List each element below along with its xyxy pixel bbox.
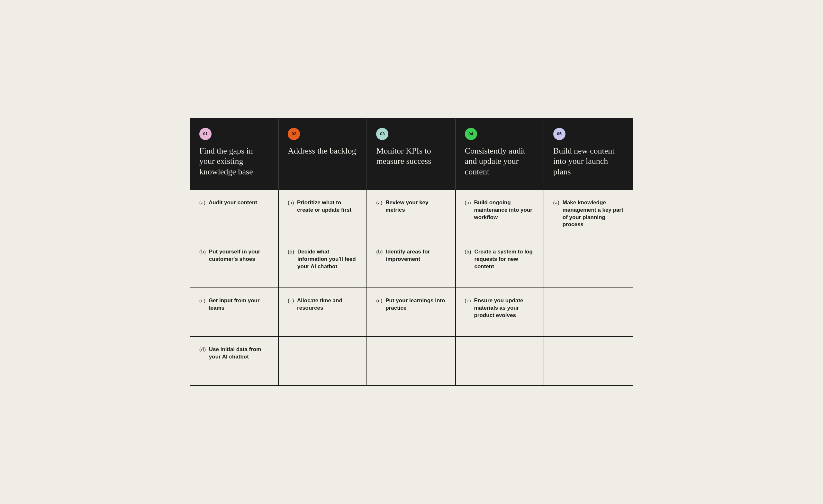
cell-text-col1-row3: Get input from your teams <box>209 297 269 312</box>
data-row-3: (c) Get input from your teams (c) Alloca… <box>190 287 633 336</box>
cell-content-col2-row3: (c) Allocate time and resources <box>288 297 357 312</box>
cell-label-col1-row1: (a) <box>199 199 205 206</box>
cell-col2-row4 <box>279 337 367 385</box>
cell-label-col4-row3: (c) <box>465 297 471 304</box>
cell-content-col3-row1: (a) Review your key metrics <box>376 199 446 214</box>
cell-text-col4-row2: Create a system to log requests for new … <box>474 248 534 270</box>
main-table: 01 Find the gaps in your existing knowle… <box>190 118 633 386</box>
col-header-col3: 03 Monitor KPIs to measure success <box>367 119 456 190</box>
cell-col1-row4: (d) Use initial data from your AI chatbo… <box>190 337 279 385</box>
cell-content-col2-row1: (a) Prioritize what to create or update … <box>288 199 357 214</box>
cell-col3-row4 <box>367 337 456 385</box>
cell-text-col3-row2: Identify areas for improvement <box>386 248 446 263</box>
cell-text-col3-row1: Review your key metrics <box>385 199 446 214</box>
cell-label-col2-row3: (c) <box>288 297 294 304</box>
badge-col4: 04 <box>465 128 477 140</box>
col-header-col5: 05 Build new content into your launch pl… <box>544 119 633 190</box>
cell-col4-row2: (b) Create a system to log requests for … <box>456 239 544 287</box>
cell-content-col3-row2: (b) Identify areas for improvement <box>376 248 446 263</box>
cell-text-col4-row1: Build ongoing maintenance into your work… <box>474 199 534 221</box>
cell-label-col4-row1: (a) <box>465 199 471 206</box>
cell-col1-row3: (c) Get input from your teams <box>190 288 279 336</box>
cell-text-col4-row3: Ensure you update materials as your prod… <box>474 297 534 319</box>
cell-text-col2-row3: Allocate time and resources <box>297 297 357 312</box>
cell-col5-row3 <box>544 288 633 336</box>
header-row: 01 Find the gaps in your existing knowle… <box>190 119 633 190</box>
cell-label-col2-row2: (b) <box>288 248 294 255</box>
col-header-col1: 01 Find the gaps in your existing knowle… <box>190 119 279 190</box>
col-header-col2: 02 Address the backlog <box>279 119 367 190</box>
cell-col1-row1: (a) Audit your content <box>190 190 279 239</box>
cell-col2-row3: (c) Allocate time and resources <box>279 288 367 336</box>
cell-col5-row1: (a) Make knowledge management a key part… <box>544 190 633 239</box>
header-title-col4: Consistently audit and update your conte… <box>465 146 535 177</box>
header-title-col1: Find the gaps in your existing knowledge… <box>199 146 269 177</box>
cell-col4-row4 <box>456 337 544 385</box>
cell-content-col1-row4: (d) Use initial data from your AI chatbo… <box>199 346 269 361</box>
cell-content-col2-row2: (b) Decide what information you'll feed … <box>288 248 357 270</box>
badge-col5: 05 <box>553 128 565 140</box>
data-row-2: (b) Put yourself in your customer's shoe… <box>190 239 633 287</box>
cell-col5-row4 <box>544 337 633 385</box>
cell-label-col3-row2: (b) <box>376 248 382 255</box>
cell-content-col1-row1: (a) Audit your content <box>199 199 257 207</box>
cell-text-col1-row4: Use initial data from your AI chatbot <box>209 346 269 361</box>
cell-col2-row1: (a) Prioritize what to create or update … <box>279 190 367 239</box>
cell-col2-row2: (b) Decide what information you'll feed … <box>279 239 367 287</box>
cell-text-col3-row3: Put your learnings into practice <box>385 297 446 312</box>
cell-label-col4-row2: (b) <box>465 248 471 255</box>
cell-content-col1-row2: (b) Put yourself in your customer's shoe… <box>199 248 269 263</box>
badge-col3: 03 <box>376 128 388 140</box>
cell-label-col1-row2: (b) <box>199 248 206 255</box>
header-title-col3: Monitor KPIs to measure success <box>376 146 446 167</box>
cell-col4-row3: (c) Ensure you update materials as your … <box>456 288 544 336</box>
cell-label-col5-row1: (a) <box>553 199 559 206</box>
col-header-col4: 04 Consistently audit and update your co… <box>456 119 544 190</box>
cell-col3-row1: (a) Review your key metrics <box>367 190 456 239</box>
cell-text-col1-row2: Put yourself in your customer's shoes <box>209 248 269 263</box>
cell-text-col5-row1: Make knowledge management a key part of … <box>562 199 624 229</box>
badge-col1: 01 <box>199 128 211 140</box>
cell-label-col3-row1: (a) <box>376 199 382 206</box>
cell-col4-row1: (a) Build ongoing maintenance into your … <box>456 190 544 239</box>
cell-col5-row2 <box>544 239 633 287</box>
data-row-1: (a) Audit your content (a) Prioritize wh… <box>190 190 633 239</box>
badge-col2: 02 <box>288 128 300 140</box>
cell-label-col2-row1: (a) <box>288 199 294 206</box>
cell-content-col4-row3: (c) Ensure you update materials as your … <box>465 297 535 319</box>
cell-col1-row2: (b) Put yourself in your customer's shoe… <box>190 239 279 287</box>
cell-content-col3-row3: (c) Put your learnings into practice <box>376 297 446 312</box>
cell-col3-row3: (c) Put your learnings into practice <box>367 288 456 336</box>
cell-text-col2-row2: Decide what information you'll feed your… <box>297 248 357 270</box>
header-title-col5: Build new content into your launch plans <box>553 146 624 177</box>
cell-text-col2-row1: Prioritize what to create or update firs… <box>297 199 357 214</box>
header-title-col2: Address the backlog <box>288 146 357 157</box>
cell-content-col1-row3: (c) Get input from your teams <box>199 297 269 312</box>
cell-content-col5-row1: (a) Make knowledge management a key part… <box>553 199 624 229</box>
cell-label-col1-row4: (d) <box>199 346 206 353</box>
cell-text-col1-row1: Audit your content <box>209 199 257 207</box>
cell-col3-row2: (b) Identify areas for improvement <box>367 239 456 287</box>
cell-content-col4-row2: (b) Create a system to log requests for … <box>465 248 535 270</box>
cell-label-col1-row3: (c) <box>199 297 205 304</box>
cell-content-col4-row1: (a) Build ongoing maintenance into your … <box>465 199 535 221</box>
data-row-4: (d) Use initial data from your AI chatbo… <box>190 336 633 385</box>
cell-label-col3-row3: (c) <box>376 297 382 304</box>
